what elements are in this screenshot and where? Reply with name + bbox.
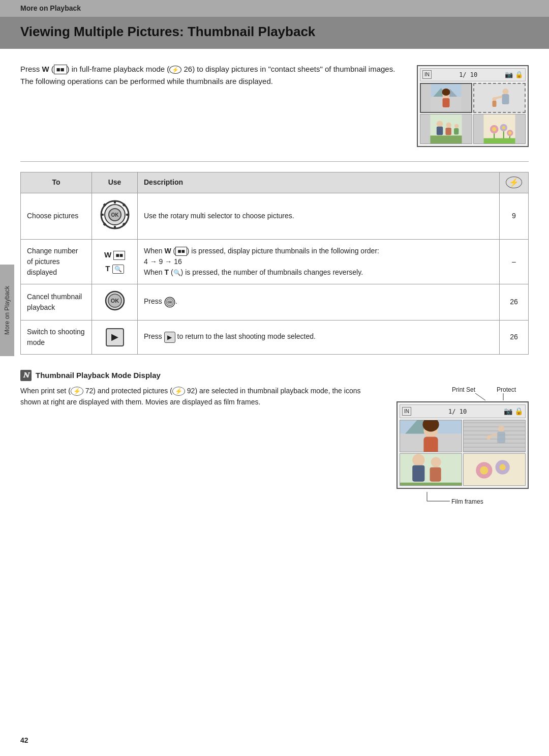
page-number: 42 — [20, 735, 28, 746]
svg-point-18 — [454, 124, 459, 128]
top-banner-label: More on Playback — [20, 4, 81, 12]
film-frames-annotation: Film frames — [396, 491, 529, 505]
svg-point-27 — [508, 131, 511, 134]
wt-icon: W ■■ T 🔍 — [98, 248, 131, 275]
svg-rect-68 — [400, 482, 462, 486]
t-glass-icon: 🔍 — [112, 265, 124, 274]
thumb2-4 — [463, 453, 526, 486]
note-icon: ℕ — [20, 370, 32, 381]
svg-point-8 — [503, 89, 509, 95]
main-table: To Use Description ⚡ Choose pictures — [20, 172, 529, 355]
svg-rect-9 — [502, 94, 509, 104]
table-row: Switch to shooting mode ▶ Press ▶ to ret… — [21, 320, 529, 354]
camera-display-2-wrapper: Print Set Protect IN 1/ 10 📷 🔒 — [396, 385, 529, 505]
ref-cell-3: 26 — [500, 284, 529, 320]
svg-point-14 — [437, 121, 443, 127]
col-use: Use — [92, 172, 138, 193]
ref-cell-1: 9 — [500, 193, 529, 239]
ref-icon: ⚡ — [169, 66, 181, 74]
to-cell-3: Cancel thumbnail playback — [21, 284, 92, 320]
play-inline-icon: ▶ — [164, 332, 175, 343]
page-content: Press W (■■) in full-frame playback mode… — [0, 49, 549, 520]
table-header-row: To Use Description ⚡ — [21, 172, 529, 193]
w-icon: ■■ — [54, 65, 67, 74]
playback-button-icon: ▶ — [106, 328, 124, 346]
ref-cell-2: – — [500, 239, 529, 284]
col-ref: ⚡ — [500, 172, 529, 193]
svg-point-25 — [502, 126, 505, 129]
svg-point-6 — [442, 89, 450, 96]
side-label: More on Playback — [0, 265, 14, 356]
w-box-inline: ■■ — [175, 247, 187, 256]
svg-rect-20 — [430, 135, 462, 143]
camera-grid-2 — [400, 420, 526, 486]
svg-rect-60 — [497, 432, 505, 444]
svg-rect-56 — [423, 437, 438, 452]
camera-screen-2: IN 1/ 10 📷 🔒 — [396, 401, 529, 489]
svg-rect-37 — [126, 214, 129, 216]
print-set-ref-icon: ⚡ — [71, 387, 83, 396]
svg-text:OK: OK — [167, 301, 172, 304]
t-label: T 🔍 — [98, 261, 131, 275]
note-section: ℕ Thumbnail Playback Mode Display When p… — [20, 370, 529, 506]
note-header: ℕ Thumbnail Playback Mode Display — [20, 370, 529, 382]
icons-2: 📷 🔒 — [504, 406, 523, 417]
thumb-2 — [473, 83, 526, 113]
ok-inline-icon: OK — [164, 297, 175, 308]
svg-rect-5 — [443, 98, 450, 107]
thumb-3 — [420, 114, 472, 144]
use-cell-2: W ■■ T 🔍 — [92, 239, 138, 284]
use-cell-1: OK — [92, 193, 138, 239]
camera-display-1: IN 1/ 10 📷 🔒 — [417, 65, 529, 147]
to-cell-1: Choose pictures — [21, 193, 92, 239]
svg-line-50 — [475, 393, 485, 400]
svg-text:OK: OK — [111, 212, 119, 218]
thumb-1 — [420, 83, 472, 113]
divider-1 — [20, 161, 529, 162]
main-title-text: Viewing Multiple Pictures: Thumbnail Pla… — [20, 24, 315, 39]
ref-cell-4: 26 — [500, 320, 529, 354]
svg-rect-12 — [493, 101, 497, 107]
svg-point-16 — [446, 122, 451, 127]
top-banner: More on Playback — [0, 0, 549, 17]
camera-screen-top-1: IN 1/ 10 📷 🔒 — [420, 68, 526, 81]
to-cell-2: Change number of pictures displayed — [21, 239, 92, 284]
t-glass-inline: 🔍 — [173, 269, 181, 276]
note-content: When print set (⚡ 72) and protected pict… — [20, 385, 529, 505]
desc-cell-1: Use the rotary multi selector to choose … — [138, 193, 500, 239]
camera-screen-top-2: IN 1/ 10 📷 🔒 — [400, 404, 526, 418]
svg-rect-17 — [445, 127, 451, 135]
col-to: To — [21, 172, 92, 193]
svg-point-71 — [480, 466, 488, 474]
svg-rect-36 — [101, 214, 104, 216]
frame-counter-1: 1/ 10 — [459, 70, 477, 79]
desc-cell-3: Press OK. — [138, 284, 500, 320]
svg-point-73 — [500, 464, 506, 470]
frame-counter-2: 1/ 10 — [448, 407, 467, 416]
protect-ref-icon: ⚡ — [172, 387, 185, 396]
svg-rect-15 — [437, 126, 443, 135]
camera-screen-1: IN 1/ 10 📷 🔒 — [417, 65, 529, 147]
camera-grid-1 — [420, 83, 526, 144]
in-label-1: IN — [422, 70, 432, 79]
film-frames-label: Film frames — [451, 497, 483, 506]
svg-rect-35 — [114, 226, 116, 229]
svg-point-66 — [431, 457, 441, 467]
col-description: Description — [138, 172, 500, 193]
svg-rect-69 — [464, 453, 525, 486]
ok-button-icon: OK — [105, 290, 125, 311]
svg-rect-34 — [114, 200, 116, 203]
main-title: Viewing Multiple Pictures: Thumbnail Pla… — [0, 17, 549, 49]
to-cell-4: Switch to shooting mode — [21, 320, 92, 354]
svg-rect-31 — [483, 138, 515, 143]
svg-rect-67 — [430, 467, 441, 481]
thumb2-2 — [463, 420, 526, 452]
annotations-above: Print Set Protect — [396, 385, 529, 400]
play-triangle: ▶ — [111, 330, 118, 344]
svg-point-62 — [486, 435, 491, 440]
use-cell-3: OK — [92, 284, 138, 320]
use-cell-4: ▶ — [92, 320, 138, 354]
table-row: Cancel thumbnail playback OK Press OK. 2… — [21, 284, 529, 320]
icons-1: 📷 🔒 — [505, 70, 523, 80]
note-text: When print set (⚡ 72) and protected pict… — [20, 385, 381, 505]
